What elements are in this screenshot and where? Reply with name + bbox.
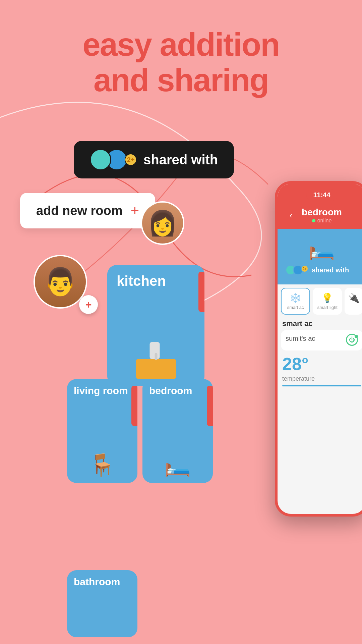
extra-icon: 🔌 [348,292,359,304]
light-tab-label: smart light [316,305,339,310]
device-tabs: ❄️ smart ac 💡 smart light 🔌 [278,284,362,316]
bedroom-card-left[interactable]: bedroom 🛏️ [142,379,213,483]
room-status: online [284,218,359,224]
shared-with-label: shared with [143,152,218,167]
bedroom-section: 🛏️ 2+ shared with [278,229,362,284]
shared-with-badge: 2+ shared with [74,141,234,178]
living-room-label: living room [67,379,137,396]
mini-avatar-group: 2+ [286,265,308,275]
section-ac-label: smart ac [278,316,362,330]
power-button[interactable]: ⏻ [346,334,358,346]
back-button[interactable]: ‹ [290,211,292,220]
bedroom-label-left: bedroom [142,379,213,396]
smart-light-tab[interactable]: 💡 smart light [313,288,342,315]
red-tab-bedroom [207,386,213,426]
temperature-label: temperature [278,374,362,384]
user-avatar-female: 👩 [141,201,184,245]
add-user-button[interactable]: + [79,295,98,314]
ac-tab-label: smart ac [284,305,307,310]
hero-title: easy addition and sharing [0,27,362,98]
phone-shared-row: 2+ shared with [284,265,359,278]
light-icon: 💡 [316,292,339,304]
bathroom-card[interactable]: bathroom [67,570,137,637]
bedroom-illustration: 🛏️ [164,452,191,478]
ac-icon: ❄️ [284,292,307,304]
phone-notch: 11:44 [278,184,362,204]
living-room-illustration: 🪑 [89,452,116,478]
bed-icon: 🛏️ [284,236,359,261]
temperature-display: 28° [278,354,362,374]
device-card-ac[interactable]: sumit's ac ⏻ [281,330,362,351]
bathroom-label: bathroom [67,570,137,588]
living-room-card[interactable]: living room 🪑 [67,379,137,483]
online-indicator [312,219,315,222]
phone-app-header: ‹ bedroom online [278,204,362,229]
avatar-count: 2+ [125,154,137,166]
extra-tab[interactable]: 🔌 [345,288,362,315]
add-room-button[interactable]: add new room + [20,193,155,228]
room-title: bedroom [284,207,359,218]
smart-ac-tab[interactable]: ❄️ smart ac [281,288,310,315]
red-tab [198,272,204,312]
add-icon: + [131,202,139,219]
mini-count: 2+ [301,265,308,272]
phone-shared-label: shared with [312,266,349,274]
user-avatar-male: 👨 [34,255,87,309]
avatar-group: 2+ [90,149,137,170]
temperature-bar [282,385,361,386]
phone-mockup: 11:44 ‹ bedroom online 🛏️ 2+ shared with… [275,181,362,517]
kitchen-room-card[interactable]: kitchen [107,265,204,386]
red-tab-living [131,386,137,426]
phone-time: 11:44 [306,189,337,201]
avatar-teal [90,149,111,170]
add-room-label: add new room [36,204,123,218]
kitchen-label: kitchen [107,265,204,289]
